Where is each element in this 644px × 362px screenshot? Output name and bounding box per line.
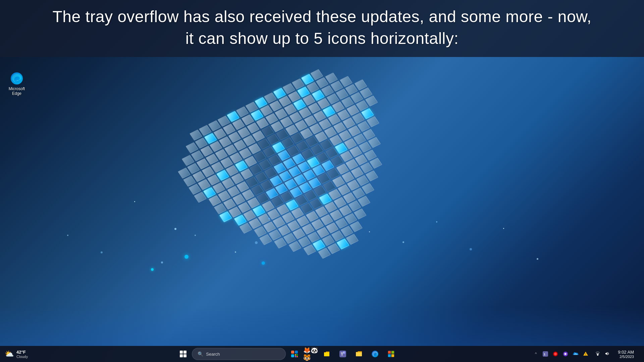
annotation-line1: The tray overflow has also received thes… [53,8,592,25]
volume-indicator[interactable] [603,350,611,359]
svg-rect-16 [388,351,391,354]
svg-rect-2 [295,351,298,354]
tray-icon-virus-protection[interactable] [551,349,560,359]
tray-overflow-icons: 1 [541,349,590,359]
weather-icon: ⛅ [5,350,14,358]
system-indicators [592,350,613,359]
svg-rect-4 [295,354,296,356]
desktop: The tray overflow has also received thes… [0,0,644,362]
svg-text:!: ! [585,353,586,356]
tray-overflow-chevron[interactable]: ^ [534,350,538,358]
svg-rect-26 [597,354,598,356]
taskbar-app-edge[interactable] [368,347,382,361]
teams-icon: T T [339,351,346,357]
svg-rect-17 [391,351,394,354]
weather-widget[interactable]: ⛅ 42°F Cloudy [0,350,44,359]
svg-rect-19 [391,354,394,357]
svg-rect-8 [324,353,329,356]
clock[interactable]: 9:02 AM 2/5/2023 [614,350,637,359]
file-explorer-icon [323,351,330,357]
taskbar-app-teams[interactable]: T T [335,347,350,361]
annotation-line2: it can show up to 5 icons horizontally: [185,29,459,47]
taskbar: ⛅ 42°F Cloudy 🔍 Search [0,346,644,362]
store-icon [388,351,394,357]
tray-icon-security-warning[interactable]: ! [581,349,590,359]
desktop-icons-area: Microsoft Edge [3,70,30,98]
desktop-icon-edge[interactable]: Microsoft Edge [3,70,30,98]
search-icon: 🔍 [198,351,203,357]
svg-rect-7 [297,356,298,357]
svg-rect-3 [291,354,294,357]
tray-icon-onedrive[interactable] [571,349,580,359]
cube-grid-decoration [162,46,482,323]
widgets-icon [291,350,298,358]
annotation-bar: The tray overflow has also received thes… [0,0,644,57]
system-tray: ^ 1 [531,347,644,361]
tray-icon-teams[interactable]: 1 [541,349,550,359]
taskbar-app-store[interactable] [384,347,398,361]
annotation-text: The tray overflow has also received thes… [0,6,644,50]
clock-time: 9:02 AM [618,350,634,355]
svg-rect-5 [297,354,298,356]
tray-icon-gog[interactable] [561,349,570,359]
start-button[interactable] [176,347,191,361]
show-desktop-button[interactable] [639,347,641,361]
taskbar-app-file-explorer[interactable] [319,347,334,361]
edge-icon-label: Microsoft Edge [9,86,25,96]
weather-temperature: 42°F [16,350,28,355]
clock-date: 2/5/2023 [620,355,634,359]
taskbar-app-emoji1[interactable]: 🦊🐼🐯 [303,347,318,361]
svg-rect-13 [356,352,362,356]
weather-info: 42°F Cloudy [16,350,28,359]
edge-taskbar-icon [371,350,379,358]
svg-rect-6 [295,356,296,357]
taskbar-search[interactable]: 🔍 Search [192,348,286,360]
search-label: Search [206,352,220,357]
svg-text:1: 1 [544,353,545,356]
edge-icon-image [10,72,23,85]
svg-rect-18 [388,354,391,357]
weather-description: Cloudy [16,355,28,359]
svg-rect-27 [596,353,599,354]
taskbar-app-file-explorer2[interactable] [352,347,366,361]
svg-rect-1 [291,351,294,354]
svg-text:T: T [343,352,345,354]
file-explorer-icon2 [356,351,362,357]
taskbar-app-widgets[interactable] [287,347,302,361]
network-indicator[interactable] [594,350,602,359]
svg-point-23 [554,353,557,355]
taskbar-center: 🔍 Search 🦊🐼🐯 [44,347,531,361]
windows-logo-icon [180,351,186,357]
